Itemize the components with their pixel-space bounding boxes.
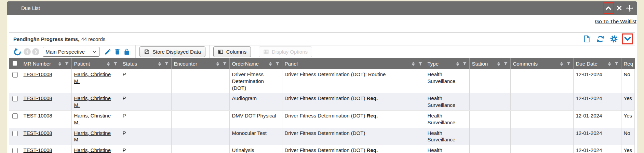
cell-comments: [510, 93, 573, 111]
sort-icon[interactable]: [58, 62, 61, 66]
mr-number-link[interactable]: TEST-10008: [24, 130, 52, 136]
col-header-due-date[interactable]: Due Date: [573, 58, 621, 69]
sort-icon[interactable]: [608, 62, 611, 66]
patient-link[interactable]: Harris, Christine M.: [74, 113, 111, 125]
cell-encounter: [171, 69, 229, 93]
col-label: MR Number: [24, 61, 51, 67]
cell-mr: TEST-10008: [21, 93, 71, 111]
col-header-status[interactable]: Status: [120, 58, 171, 69]
cell-ordername: DMV DOT Physical: [229, 110, 282, 128]
move-icon: [626, 4, 633, 12]
col-header-ordername[interactable]: OrderName: [229, 58, 282, 69]
col-header-mr-number[interactable]: MR Number: [21, 58, 71, 69]
filter-icon[interactable]: [164, 61, 169, 66]
cell-encounter: [171, 145, 229, 153]
filter-icon[interactable]: [65, 61, 69, 66]
cell-comments: [510, 128, 573, 145]
row-checkbox[interactable]: [12, 113, 18, 119]
sort-icon[interactable]: [560, 62, 563, 66]
patient-link[interactable]: Harris, Christine M.: [74, 71, 111, 84]
patient-link[interactable]: Harris, Christine M.: [74, 95, 111, 108]
close-button[interactable]: [615, 3, 623, 13]
filter-icon[interactable]: [462, 61, 467, 66]
sort-icon[interactable]: [158, 62, 161, 66]
col-header-type[interactable]: Type: [425, 58, 469, 69]
chevron-right-icon: [34, 50, 38, 54]
col-header-comments[interactable]: Comments: [510, 58, 573, 69]
cell-encounter: [171, 93, 229, 111]
undo-button[interactable]: [13, 47, 22, 57]
lock-icon: [123, 48, 130, 55]
waitlist-link[interactable]: Go To The Waitlist: [595, 18, 636, 24]
filter-icon[interactable]: [223, 61, 227, 66]
row-checkbox[interactable]: [12, 131, 18, 136]
settings-button[interactable]: [609, 34, 618, 43]
patient-link[interactable]: Harris, Christine M.: [74, 147, 111, 153]
cell-due-date: 12-01-2024: [573, 110, 621, 128]
table-header-row: MR Number Patient Status Encounter Order…: [9, 58, 635, 69]
filter-icon[interactable]: [614, 61, 619, 66]
undo-icon: [13, 48, 22, 56]
toolbar-separator: [209, 45, 210, 58]
sort-icon[interactable]: [497, 62, 500, 66]
mr-number-link[interactable]: TEST-10008: [24, 95, 52, 101]
cell-mr: TEST-10008: [21, 69, 71, 93]
col-label: Patient: [74, 61, 90, 67]
expand-section-button[interactable]: [623, 34, 632, 43]
new-document-button[interactable]: [582, 34, 591, 43]
store-displayed-data-button[interactable]: Store Displayed Data: [139, 46, 205, 57]
sort-icon[interactable]: [107, 62, 110, 66]
col-header-patient[interactable]: Patient: [71, 58, 120, 69]
window-title: Due List: [21, 5, 40, 11]
display-options-button: Display Options: [259, 46, 312, 57]
prev-perspective-button[interactable]: [24, 48, 31, 55]
delete-perspective-button[interactable]: [112, 47, 122, 57]
row-checkbox[interactable]: [12, 96, 18, 101]
mr-number-link[interactable]: TEST-10008: [24, 147, 52, 153]
window-controls: [604, 3, 637, 13]
select-all-checkbox[interactable]: [13, 61, 17, 66]
perspective-select[interactable]: Main Perspective: [43, 47, 99, 57]
edit-perspective-button[interactable]: [103, 47, 112, 57]
cell-panel: Driver Fitness Determination (DOT): Rout…: [282, 69, 425, 93]
col-label: Comments: [513, 61, 538, 67]
cell-ordername: Driver Fitness Determination (DOT): [229, 69, 282, 93]
col-header-station[interactable]: Station: [469, 58, 510, 69]
row-checkbox[interactable]: [12, 72, 18, 78]
cell-req: No: [621, 128, 635, 145]
col-header-req[interactable]: Req: [621, 58, 635, 69]
filter-icon[interactable]: [504, 61, 508, 66]
cell-mr: TEST-10008: [21, 110, 71, 128]
filter-icon[interactable]: [275, 61, 280, 66]
move-button[interactable]: [625, 3, 634, 13]
sort-icon[interactable]: [456, 62, 459, 66]
col-header-panel[interactable]: Panel: [282, 58, 425, 69]
mr-number-link[interactable]: TEST-10008: [24, 71, 52, 77]
sort-icon[interactable]: [269, 62, 272, 66]
sort-icon[interactable]: [412, 62, 415, 66]
trash-icon: [114, 48, 121, 55]
cell-patient: Harris, Christine M.: [71, 145, 120, 153]
cell-status: P: [120, 93, 171, 111]
filter-icon[interactable]: [113, 61, 118, 66]
chevron-left-icon: [25, 50, 29, 54]
filter-icon[interactable]: [566, 61, 571, 66]
filter-icon[interactable]: [418, 61, 422, 66]
row-checkbox[interactable]: [12, 148, 18, 153]
columns-button[interactable]: Columns: [213, 46, 251, 57]
cell-req: No: [621, 69, 635, 93]
mr-number-link[interactable]: TEST-10008: [24, 113, 52, 119]
next-perspective-button[interactable]: [32, 48, 39, 55]
cell-type: Health Surveillance: [425, 69, 469, 93]
collapse-button[interactable]: [604, 3, 613, 13]
new-document-icon: [583, 35, 591, 43]
patient-link[interactable]: Harris, Christine M.: [74, 130, 111, 143]
columns-icon: [218, 49, 224, 55]
lock-perspective-button[interactable]: [122, 47, 132, 57]
panel-req-flag: Req.: [367, 147, 378, 153]
sort-icon[interactable]: [216, 62, 219, 66]
col-header-encounter[interactable]: Encounter: [171, 58, 229, 69]
refresh-button[interactable]: [596, 34, 605, 43]
due-list-table: MR Number Patient Status Encounter Order…: [9, 58, 635, 153]
cell-select: [9, 93, 21, 111]
